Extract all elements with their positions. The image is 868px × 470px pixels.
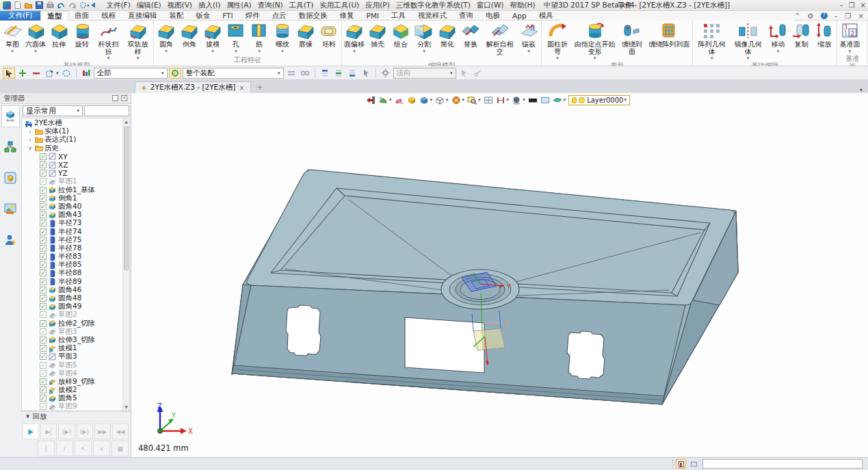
ribbon-button-圆角[interactable]: 圆角▾ [155,21,178,55]
menu-item[interactable]: 实用工具(U) [317,1,363,10]
list-last-icon[interactable] [346,68,358,79]
ribbon-tab-装配[interactable]: 装配 [163,11,189,21]
ribbon-tab-点云[interactable]: 点云 [266,11,293,21]
ribbon-button-复制[interactable]: 复制 [789,21,813,55]
plane-display-icon[interactable] [540,96,550,105]
checkbox[interactable]: ✓ [40,153,47,160]
checkbox[interactable]: ✓ [40,245,47,252]
ribbon-tab-直接编辑[interactable]: 直接编辑 [122,11,163,21]
ribbon-tab-FTI[interactable]: FTI [216,11,239,21]
checkbox[interactable]: ✓ [40,395,47,402]
dropdown-arrow-icon[interactable]: ▾ [353,49,356,55]
refresh-scope-icon[interactable] [169,68,181,79]
ribbon-button-六面体[interactable]: 六面体▾ [24,21,47,55]
dynamic-render-icon[interactable] [378,96,388,105]
open-file-icon[interactable] [25,1,32,9]
ribbon-tab-电极[interactable]: 电极 [479,11,506,21]
dropdown-arrow-icon[interactable]: ▾ [137,55,140,62]
ribbon-button-缠绕阵列到面[interactable]: 缠绕阵列到面 [647,21,692,55]
expander-icon[interactable]: ∨ [27,145,33,151]
playback-collapse-icon[interactable]: ▼ [26,414,29,419]
restore-button[interactable]: ❒ [849,1,855,9]
shadow-icon[interactable] [512,96,521,105]
dropdown-arrow-icon[interactable]: ▾ [258,49,261,55]
ribbon-tab-修复[interactable]: 修复 [334,11,360,21]
split-window-icon[interactable] [484,96,493,105]
ribbon-tab-造型[interactable]: 造型 [40,11,68,21]
dropdown-arrow-icon[interactable]: ▾ [389,97,392,103]
dropdown-arrow-icon[interactable]: ▾ [235,49,237,55]
tab-close-icon[interactable]: × [239,84,244,92]
dropdown-arrow-icon[interactable]: ▾ [594,55,596,62]
checkbox[interactable]: ✓ [40,203,47,210]
checkbox[interactable]: ✓ [40,170,47,177]
panel-close-icon[interactable]: × [121,95,127,101]
tab-list-dropdown-icon[interactable]: ▾ [854,87,868,93]
menu-item[interactable]: 编辑(E) [133,1,164,10]
face-display-icon[interactable] [553,96,562,105]
ribbon-button-移动[interactable]: 移动▾ [766,21,789,55]
selection-circle-icon[interactable] [79,1,87,9]
filter-combo[interactable]: 全部▾ [94,68,168,79]
checkbox[interactable]: ✓ [40,328,47,335]
dropdown-arrow-icon[interactable]: ▾ [777,49,780,55]
help-icon[interactable]: ? [821,12,828,19]
ribbon-button-坯料[interactable]: 坯料 [317,21,341,55]
checkbox[interactable]: ✓ [40,211,47,218]
menu-item[interactable]: 工具(T) [286,1,317,10]
tree-item[interactable]: ✓XZ [22,161,122,169]
ribbon-button-解析自相交[interactable]: 解析自相交 [482,21,517,62]
fast-forward-button[interactable]: ▶▶ [94,423,111,439]
exit-icon[interactable] [366,96,376,105]
settings-gear-icon[interactable]: ⚙ [807,12,813,20]
menu-item[interactable]: 文件(F) [103,1,133,10]
dropdown-arrow-icon[interactable]: ▾ [523,97,525,103]
gear-icon[interactable] [380,68,392,79]
ribbon-button-筋[interactable]: 筋▾ [248,21,271,55]
checkbox[interactable]: ✓ [40,311,47,318]
zoom-window-icon[interactable] [467,96,477,105]
prompt-toggle-icon[interactable] [676,459,686,469]
ribbon-button-阵列几何体[interactable]: 阵列几何体▾ [694,21,730,62]
tree-scrollbar[interactable]: ▲ ▼ [122,118,129,410]
ribbon-button-替换[interactable]: 替换 [459,21,482,55]
tree-item[interactable]: ✓XY [22,153,122,161]
ribbon-button-镶嵌[interactable]: N镶嵌▾ [517,21,540,55]
checkbox[interactable]: ✓ [40,261,47,268]
background-icon[interactable] [528,96,538,105]
graphics-viewport[interactable]: Y X ▾▾▾▾▾▾▾▾Layer0000▾ Z X Y 480.421 mm [131,93,868,457]
ribbon-tab-曲面[interactable]: 曲面 [68,11,95,21]
new-file-icon[interactable] [14,1,21,9]
tree-search-input[interactable] [84,105,129,116]
dropdown-arrow-icon[interactable]: ▾ [564,97,566,103]
ribbon-button-旋转[interactable]: 旋转 [70,21,94,55]
ribbon-tab-App[interactable]: App [506,11,533,21]
dropdown-arrow-icon[interactable]: ▾ [165,49,168,55]
ribbon-button-孔[interactable]: 孔▾ [224,21,248,55]
menu-item[interactable]: 插入(I) [195,1,223,10]
combo-dropdown-icon[interactable]: ▾ [157,70,164,76]
view-cube-icon[interactable] [419,96,429,105]
eraser-icon[interactable] [395,96,404,105]
pick-arrow-icon[interactable] [3,68,15,79]
checkbox[interactable]: ✓ [40,220,47,226]
menu-item[interactable]: 属性(A) [224,1,254,10]
pair-link-icon[interactable] [299,68,311,79]
ribbon-button-唇缘[interactable]: 唇缘 [294,21,317,55]
dropdown-arrow-icon[interactable]: ▾ [711,55,713,62]
menu-item[interactable]: 查询(N) [254,1,286,10]
pick-normal-icon[interactable] [458,68,470,79]
ribbon-button-圆柱折弯[interactable]: 圆柱折弯▾ [542,21,573,62]
ribbon-button-螺纹[interactable]: 螺纹▾ [271,21,294,55]
ribbon-button-分割[interactable]: 分割▾ [412,21,436,55]
sink-model[interactable]: Y X [131,93,868,457]
expander-icon[interactable]: › [27,137,33,143]
pick-point-icon[interactable] [471,68,484,79]
print-icon[interactable] [47,1,54,9]
checkbox[interactable]: ✓ [40,270,47,276]
checkbox[interactable]: ✓ [40,370,47,377]
combo-dropdown-icon[interactable]: ▾ [624,97,627,103]
wireframe-cube-icon[interactable] [435,96,445,105]
ribbon-tab-PMI[interactable]: PMI [360,11,386,21]
close-button[interactable]: × [860,1,866,9]
